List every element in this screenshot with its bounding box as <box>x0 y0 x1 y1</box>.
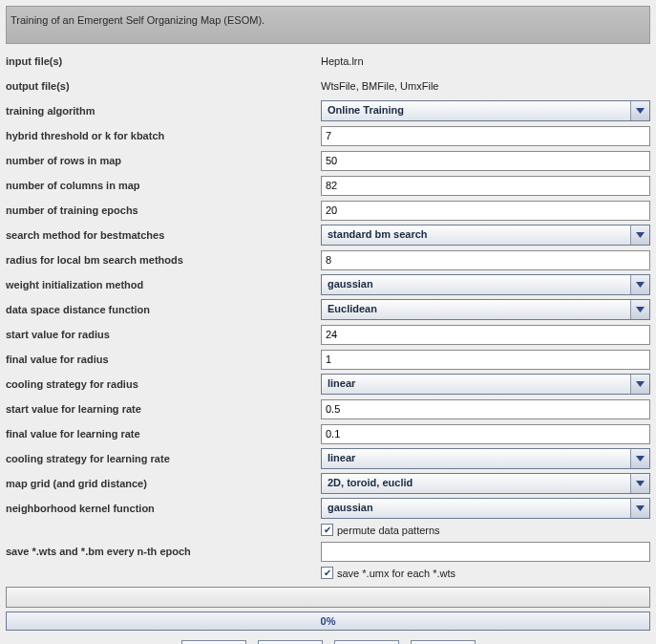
row-cols: number of columns in map <box>6 174 650 197</box>
label-permute: permute data patterns <box>337 525 440 536</box>
select-cool-lr[interactable]: linear <box>321 448 650 469</box>
row-permute: ✔ permute data patterns <box>321 522 650 538</box>
select-cool-radius-value: linear <box>322 375 630 394</box>
chevron-down-icon <box>630 300 649 319</box>
stop-button[interactable]: Stop <box>258 640 323 644</box>
label-cool-radius: cooling strategy for radius <box>6 378 321 390</box>
label-search-method: search method for bestmatches <box>6 229 321 241</box>
select-search-method-value: standard bm search <box>322 225 630 245</box>
chevron-down-icon <box>630 225 649 245</box>
label-neigh-kernel: neighborhood kernel function <box>6 503 321 514</box>
value-output-files: WtsFile, BMFile, UmxFile <box>321 80 438 92</box>
dialog-title: Training of an Emergent Self Organizing … <box>11 14 265 26</box>
label-distance-function: data space distance function <box>6 304 321 315</box>
checkbox-permute[interactable]: ✔ <box>321 524 333 536</box>
row-map-grid: map grid (and grid distance) 2D, toroid,… <box>6 472 650 495</box>
row-save-umx: ✔ save *.umx for each *.wts <box>321 565 650 581</box>
input-save-every[interactable] <box>321 542 650 562</box>
close-button[interactable]: Close <box>411 640 476 644</box>
label-cool-lr: cooling strategy for learning rate <box>6 453 321 464</box>
label-training-algorithm: training algorithm <box>6 105 321 117</box>
row-lr-start: start value for learning rate <box>6 397 650 420</box>
label-save-umx: save *.umx for each *.wts <box>337 568 455 579</box>
progress-bar-2: 0% <box>6 612 650 631</box>
checkbox-save-umx[interactable]: ✔ <box>321 567 333 579</box>
select-cool-radius[interactable]: linear <box>321 374 650 395</box>
label-hybrid-k: hybrid threshold or k for kbatch <box>6 130 321 141</box>
label-lr-final: final value for learning rate <box>6 428 321 440</box>
row-radius-local: radius for local bm search methods <box>6 248 650 271</box>
label-rows: number of rows in map <box>6 155 321 166</box>
progress-area: 0% <box>6 587 650 631</box>
select-weight-init-value: gaussian <box>322 275 630 294</box>
select-map-grid-value: 2D, toroid, euclid <box>322 474 630 493</box>
start-button[interactable]: Start <box>181 640 246 644</box>
select-distance-function[interactable]: Euclidean <box>321 299 650 320</box>
value-input-files: Hepta.lrn <box>321 55 364 67</box>
select-training-algorithm[interactable]: Online Training <box>321 100 650 121</box>
row-weight-init: weight initialization method gaussian <box>6 273 650 296</box>
row-distance-function: data space distance function Euclidean <box>6 298 650 321</box>
row-radius-final: final value for radius <box>6 348 650 371</box>
label-save-every: save *.wts and *.bm every n-th epoch <box>6 546 321 557</box>
input-radius-local[interactable] <box>321 250 650 270</box>
label-input-files: input file(s) <box>6 55 321 67</box>
input-lr-final[interactable] <box>321 424 650 444</box>
select-distance-function-value: Euclidean <box>322 300 630 319</box>
button-row: Start Stop Reset Close <box>6 640 650 644</box>
select-neigh-kernel-value: gaussian <box>322 499 630 518</box>
input-epochs[interactable] <box>321 201 650 221</box>
label-epochs: number of training epochs <box>6 204 321 216</box>
label-weight-init: weight initialization method <box>6 279 321 290</box>
row-lr-final: final value for learning rate <box>6 422 650 445</box>
row-rows: number of rows in map <box>6 149 650 172</box>
chevron-down-icon <box>630 499 649 518</box>
row-radius-start: start value for radius <box>6 323 650 346</box>
label-radius-local: radius for local bm search methods <box>6 254 321 266</box>
row-search-method: search method for bestmatches standard b… <box>6 224 650 247</box>
chevron-down-icon <box>630 449 649 468</box>
label-radius-final: final value for radius <box>6 354 321 365</box>
progress-bar-1 <box>6 587 650 608</box>
input-radius-start[interactable] <box>321 325 650 345</box>
input-lr-start[interactable] <box>321 399 650 419</box>
select-neigh-kernel[interactable]: gaussian <box>321 498 650 519</box>
chevron-down-icon <box>630 474 649 493</box>
label-lr-start: start value for learning rate <box>6 403 321 415</box>
row-output-files: output file(s) WtsFile, BMFile, UmxFile <box>6 75 650 97</box>
input-cols[interactable] <box>321 176 650 196</box>
select-map-grid[interactable]: 2D, toroid, euclid <box>321 473 650 494</box>
label-radius-start: start value for radius <box>6 329 321 340</box>
row-cool-lr: cooling strategy for learning rate linea… <box>6 447 650 470</box>
label-cols: number of columns in map <box>6 180 321 191</box>
input-hybrid-k[interactable] <box>321 126 650 146</box>
progress-percent: 0% <box>321 615 336 627</box>
select-cool-lr-value: linear <box>322 449 630 468</box>
row-epochs: number of training epochs <box>6 199 650 222</box>
row-cool-radius: cooling strategy for radius linear <box>6 373 650 396</box>
chevron-down-icon <box>630 101 649 120</box>
row-save-every: save *.wts and *.bm every n-th epoch <box>6 540 650 563</box>
row-hybrid-k: hybrid threshold or k for kbatch <box>6 124 650 147</box>
select-training-algorithm-value: Online Training <box>322 101 630 120</box>
label-map-grid: map grid (and grid distance) <box>6 478 321 489</box>
dialog-root: Training of an Emergent Self Organizing … <box>0 0 656 644</box>
dialog-title-bar: Training of an Emergent Self Organizing … <box>6 6 650 44</box>
label-output-files: output file(s) <box>6 80 321 92</box>
chevron-down-icon <box>630 275 649 294</box>
reset-button[interactable]: Reset <box>334 640 399 644</box>
select-search-method[interactable]: standard bm search <box>321 225 650 246</box>
row-input-files: input file(s) Hepta.lrn <box>6 50 650 73</box>
chevron-down-icon <box>630 375 649 394</box>
row-training-algorithm: training algorithm Online Training <box>6 99 650 122</box>
input-rows[interactable] <box>321 151 650 171</box>
input-radius-final[interactable] <box>321 350 650 370</box>
select-weight-init[interactable]: gaussian <box>321 274 650 295</box>
row-neigh-kernel: neighborhood kernel function gaussian <box>6 497 650 520</box>
